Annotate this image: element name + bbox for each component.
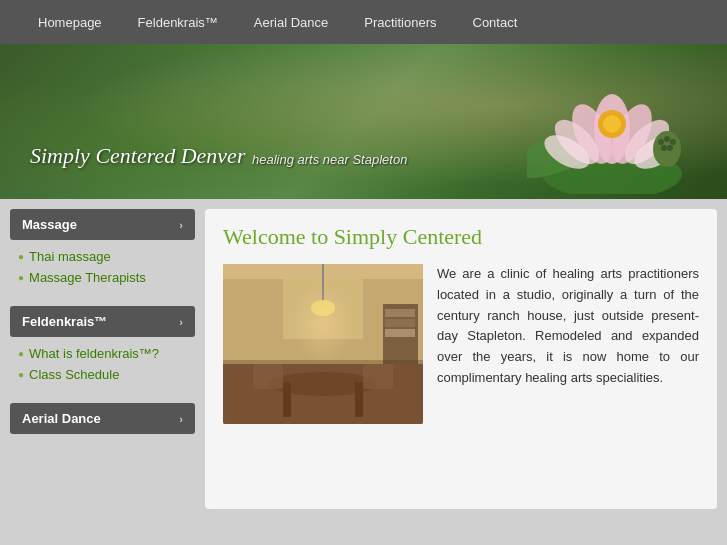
spacer <box>10 298 195 306</box>
sidebar-section-massage[interactable]: Massage› <box>10 209 195 240</box>
bullet-icon: ● <box>18 348 24 359</box>
sidebar-section-feldenkrais[interactable]: Feldenkrais™› <box>10 306 195 337</box>
svg-point-27 <box>311 300 335 316</box>
svg-rect-29 <box>385 309 415 317</box>
list-item: ●Thai massage <box>18 246 195 267</box>
list-item: ●Class Schedule <box>18 364 195 385</box>
list-item: ●Massage Therapists <box>18 267 195 288</box>
nav-item-homepage[interactable]: Homepage <box>20 0 120 44</box>
chevron-right-icon: › <box>179 219 183 231</box>
content-body: We are a clinic of healing arts practiti… <box>223 264 699 424</box>
sidebar-section-label-feldenkrais: Feldenkrais™ <box>22 314 107 329</box>
svg-point-21 <box>268 372 378 396</box>
hero-title: Simply Centered Denver <box>30 143 245 169</box>
sidebar-link-massage-therapists[interactable]: Massage Therapists <box>29 270 146 285</box>
svg-point-13 <box>664 136 670 142</box>
chevron-right-icon: › <box>179 413 183 425</box>
sidebar-link-what-is-feldenkrais[interactable]: What is feldenkrais™? <box>29 346 159 361</box>
navigation: HomepageFeldenkrais™Aerial DancePractiti… <box>0 0 727 44</box>
hero-banner: Simply Centered Denver healing arts near… <box>0 44 727 199</box>
lotus-flower-icon <box>527 54 697 194</box>
list-item: ●What is feldenkrais™? <box>18 343 195 364</box>
spacer <box>10 395 195 403</box>
sidebar-link-class-schedule[interactable]: Class Schedule <box>29 367 119 382</box>
chevron-right-icon: › <box>179 316 183 328</box>
svg-point-12 <box>658 139 664 145</box>
sidebar-section-label-massage: Massage <box>22 217 77 232</box>
svg-rect-30 <box>385 319 415 327</box>
content-description: We are a clinic of healing arts practiti… <box>437 264 699 424</box>
bullet-icon: ● <box>18 251 24 262</box>
svg-point-14 <box>670 139 676 145</box>
svg-point-16 <box>667 145 673 151</box>
nav-item-feldenkrais[interactable]: Feldenkrais™ <box>120 0 236 44</box>
svg-point-10 <box>603 115 621 133</box>
nav-item-aerial-dance[interactable]: Aerial Dance <box>236 0 346 44</box>
svg-rect-25 <box>363 364 393 389</box>
svg-rect-23 <box>355 382 363 417</box>
main-layout: Massage›●Thai massage●Massage Therapists… <box>0 199 727 519</box>
svg-rect-22 <box>283 382 291 417</box>
sidebar: Massage›●Thai massage●Massage Therapists… <box>10 209 195 509</box>
sidebar-links-feldenkrais: ●What is feldenkrais™?●Class Schedule <box>10 337 195 395</box>
sidebar-section-label-aerial: Aerial Dance <box>22 411 101 426</box>
sidebar-section-aerial[interactable]: Aerial Dance› <box>10 403 195 434</box>
nav-item-contact[interactable]: Contact <box>455 0 536 44</box>
spacer <box>10 434 195 442</box>
bullet-icon: ● <box>18 369 24 380</box>
hero-subtitle: healing arts near Stapleton <box>252 152 407 167</box>
sidebar-link-thai-massage[interactable]: Thai massage <box>29 249 111 264</box>
svg-rect-31 <box>385 329 415 337</box>
interior-photo <box>223 264 423 424</box>
svg-rect-24 <box>253 364 283 389</box>
svg-point-15 <box>661 145 667 151</box>
svg-rect-17 <box>223 364 423 424</box>
svg-rect-20 <box>283 279 363 339</box>
sidebar-links-massage: ●Thai massage●Massage Therapists <box>10 240 195 298</box>
bullet-icon: ● <box>18 272 24 283</box>
nav-item-practitioners[interactable]: Practitioners <box>346 0 454 44</box>
content-title: Welcome to Simply Centered <box>223 224 699 250</box>
content-area: Welcome to Simply Centered <box>205 209 717 509</box>
